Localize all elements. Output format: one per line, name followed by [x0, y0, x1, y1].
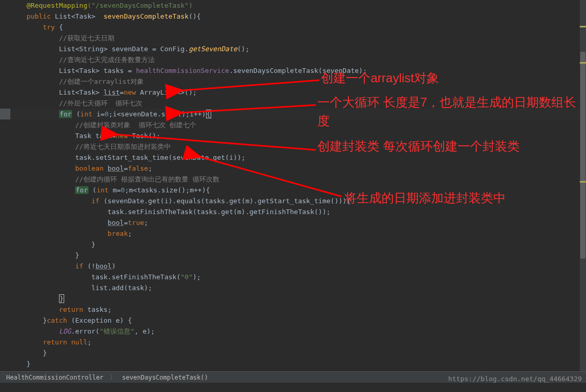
- annotation: @RequestMapping: [26, 2, 87, 9]
- code-line[interactable]: //将近七天日期添加进封装类中: [10, 141, 586, 152]
- keyword-for: for: [75, 186, 88, 194]
- code-line[interactable]: }: [10, 358, 586, 369]
- code-line[interactable]: public List<Task> sevenDaysCompleteTask(…: [10, 11, 586, 22]
- code-line[interactable]: List<Task> tasks = healthCommissionServi…: [10, 65, 586, 76]
- code-line[interactable]: }: [10, 293, 586, 304]
- code-line[interactable]: task.setStart_task_time(sevenDate.get(i)…: [10, 152, 586, 163]
- code-line[interactable]: list.add(task);: [10, 282, 586, 293]
- code-line[interactable]: try {: [10, 22, 586, 33]
- code-line[interactable]: if (!bool): [10, 261, 586, 272]
- code-line[interactable]: for (int m=0;m<tasks.size();m++){: [10, 185, 586, 195]
- code-line[interactable]: task.setFinishTheTask("0");: [10, 272, 586, 282]
- code-line[interactable]: Task task=new Task();: [10, 130, 586, 141]
- code-line[interactable]: //创建内循环 根据查询出已有的数量 循环次数: [10, 174, 586, 185]
- code-editor[interactable]: @RequestMapping("/sevenDaysCompleteTask"…: [0, 0, 586, 372]
- code-line[interactable]: List<String> sevenDate = ConFig.getSeven…: [10, 43, 586, 54]
- string: ("/sevenDaysCompleteTask"): [87, 2, 193, 9]
- code-line[interactable]: }: [10, 348, 586, 358]
- code-line[interactable]: }: [10, 239, 586, 250]
- code-line[interactable]: return null;: [10, 337, 586, 348]
- code-line[interactable]: }catch (Exception e) {: [10, 315, 586, 326]
- code-line[interactable]: //查询近七天完成任务数量方法: [10, 54, 586, 65]
- code-line[interactable]: //创建一个arraylist对象: [10, 76, 586, 87]
- scroll-marker[interactable]: [580, 26, 586, 27]
- code-line[interactable]: //获取近七天日期: [10, 33, 586, 43]
- code-line[interactable]: for (int i=0;i<sevenDate.size();i++){: [10, 109, 586, 119]
- code-line[interactable]: @RequestMapping("/sevenDaysCompleteTask"…: [10, 0, 586, 11]
- code-line[interactable]: boolean bool=false;: [10, 163, 586, 174]
- scroll-marker[interactable]: [580, 62, 586, 64]
- code-line[interactable]: List<Task> list=new ArrayList<>();: [10, 87, 586, 98]
- breadcrumb-item-class[interactable]: HealthCommissionController: [6, 374, 104, 381]
- code-line[interactable]: //创建封装类对象 循环七次 创建七个: [10, 119, 586, 130]
- scroll-marker[interactable]: [580, 181, 586, 183]
- keyword-for: for: [59, 110, 72, 118]
- code-line[interactable]: LOG.error("错误信息", e);: [10, 326, 586, 337]
- chevron-right-icon: 〉: [110, 373, 116, 382]
- scrollbar-thumb[interactable]: [580, 52, 585, 259]
- code-line[interactable]: bool=true;: [10, 217, 586, 228]
- vertical-scrollbar[interactable]: [580, 0, 586, 372]
- code-line[interactable]: task.setFinishTheTask(tasks.get(m).getFi…: [10, 206, 586, 217]
- breadcrumb-item-method[interactable]: sevenDaysCompleteTask(): [122, 374, 208, 381]
- code-line[interactable]: break;: [10, 228, 586, 239]
- code-line[interactable]: if (sevenDate.get(i).equals(tasks.get(m)…: [10, 195, 586, 206]
- code-line[interactable]: }: [10, 250, 586, 261]
- code-line[interactable]: return tasks;: [10, 304, 586, 315]
- watermark-text: https://blog.csdn.net/qq_44664329: [448, 375, 582, 383]
- code-line[interactable]: //外层七天循环 循环七次: [10, 98, 586, 109]
